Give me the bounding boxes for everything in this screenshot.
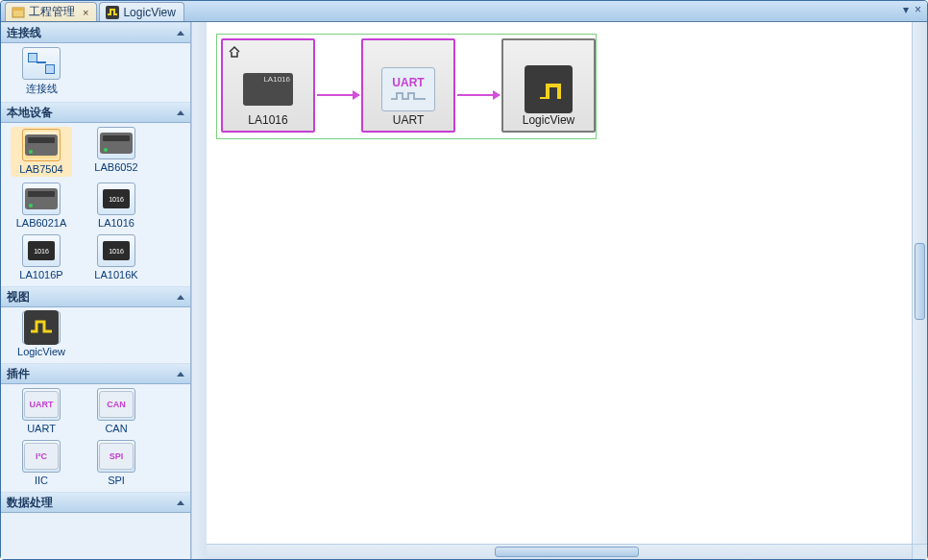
sidebar-item-la1016[interactable]: 1016 LA1016 [85,183,147,229]
panel-views: LogicView [1,307,190,363]
panel-title: 插件 [7,366,30,382]
sidebar-item-label: 连接线 [26,82,58,96]
main-area: LA1016 LA1016 UART [207,22,927,559]
svg-rect-2 [106,6,119,19]
sidebar-item-label: CAN [105,423,127,434]
sidebar-item-label: LAB6021A [16,217,67,229]
node-uart[interactable]: UART UART [361,38,455,133]
can-icon: CAN [97,388,135,421]
sidebar-item-logicview[interactable]: LogicView [11,311,72,357]
tabbar-controls: ▾ × [903,3,921,16]
sidebar-item-label: LA1016 [98,217,134,229]
sidebar-item-label: LogicView [17,346,65,357]
chip-icon: 1016 [22,234,61,267]
sidebar-item-label: UART [27,423,56,434]
device-card-icon [22,129,61,161]
arrow-icon [457,94,500,96]
chevron-down-icon[interactable]: ▾ [903,3,909,16]
app-window: 工程管理 × LogicView ▾ × 连接线 [0,0,928,560]
panel-title: 本地设备 [7,105,53,121]
tab-label: 工程管理 [29,4,75,20]
flow-container: LA1016 LA1016 UART [216,34,597,139]
device-card-icon [97,127,135,159]
sidebar: 连接线 连接线 本地设备 [1,22,191,559]
panel-title: 数据处理 [7,495,53,511]
panel-header-dataproc[interactable]: 数据处理 [1,492,190,513]
logicview-icon [106,6,119,19]
close-icon[interactable]: × [83,7,88,18]
close-icon[interactable]: × [915,3,921,16]
vertical-scrollbar[interactable] [912,22,927,544]
tab-label: LogicView [123,6,175,19]
panel-header-views[interactable]: 视图 [1,286,190,307]
panel-title: 视图 [7,289,30,305]
sidebar-item-iic[interactable]: I²C IIC [11,440,72,486]
sidebar-item-uart[interactable]: UART UART [11,388,72,434]
scrollbar-corner [912,544,927,559]
node-label: LA1016 [248,113,287,127]
project-icon [12,6,25,19]
panel-connector: 连接线 [1,43,190,102]
sidebar-item-label: LA1016K [94,269,137,280]
arrow-icon [317,94,359,96]
tab-bar: 工程管理 × LogicView ▾ × [1,1,927,22]
chip-icon: 1016 [97,183,135,215]
sidebar-item-connector[interactable]: 连接线 [11,47,72,96]
sidebar-item-lab6052[interactable]: LAB6052 [85,127,147,177]
horizontal-scrollbar[interactable] [207,544,912,559]
tab-logicview[interactable]: LogicView [99,2,183,21]
scrollbar-thumb[interactable] [495,547,639,557]
chip-icon: 1016 [97,234,135,267]
spi-icon: SPI [97,440,135,473]
canvas-wrap: LA1016 LA1016 UART [207,22,927,559]
panel-devices: LAB7504 LAB6052 LAB6021A 1016 LA1016 [1,123,190,286]
sidebar-item-label: LA1016P [19,269,62,280]
device-chip-icon: LA1016 [240,65,296,113]
uart-block-icon: UART [380,65,436,113]
node-logicview[interactable]: LogicView [501,38,596,133]
sidebar-item-label: LAB7504 [19,163,62,175]
tab-project-manager[interactable]: 工程管理 × [5,2,97,21]
home-icon [227,44,242,60]
sidebar-item-can[interactable]: CAN CAN [85,388,147,434]
sidebar-item-spi[interactable]: SPI SPI [85,440,147,486]
sidebar-scrollbar[interactable] [191,22,207,559]
uart-icon: UART [22,388,61,421]
scrollbar-thumb[interactable] [915,243,925,320]
sidebar-item-lab6021a[interactable]: LAB6021A [11,183,72,229]
sidebar-item-label: SPI [108,475,125,486]
node-label: LogicView [523,113,574,127]
node-la1016[interactable]: LA1016 LA1016 [221,38,315,133]
sidebar-item-lab7504[interactable]: LAB7504 [11,127,72,177]
sidebar-item-label: IIC [35,475,48,486]
panel-header-plugins[interactable]: 插件 [1,363,190,384]
logicview-block-icon [521,65,576,113]
body: 连接线 连接线 本地设备 [1,22,927,559]
node-label: UART [393,113,424,127]
svg-rect-1 [12,8,24,11]
panel-header-connector[interactable]: 连接线 [1,22,190,43]
sidebar-item-la1016k[interactable]: 1016 LA1016K [85,234,147,280]
sidebar-item-la1016p[interactable]: 1016 LA1016P [11,234,72,280]
panel-header-devices[interactable]: 本地设备 [1,102,190,123]
iic-icon: I²C [22,440,61,473]
panel-plugins: UART UART CAN CAN I²C IIC SPI SPI [1,384,190,492]
canvas[interactable]: LA1016 LA1016 UART [207,22,912,544]
logicview-icon [22,311,61,344]
connector-icon [22,47,61,80]
device-card-icon [22,183,61,215]
panel-title: 连接线 [7,25,41,41]
sidebar-item-label: LAB6052 [94,161,137,173]
